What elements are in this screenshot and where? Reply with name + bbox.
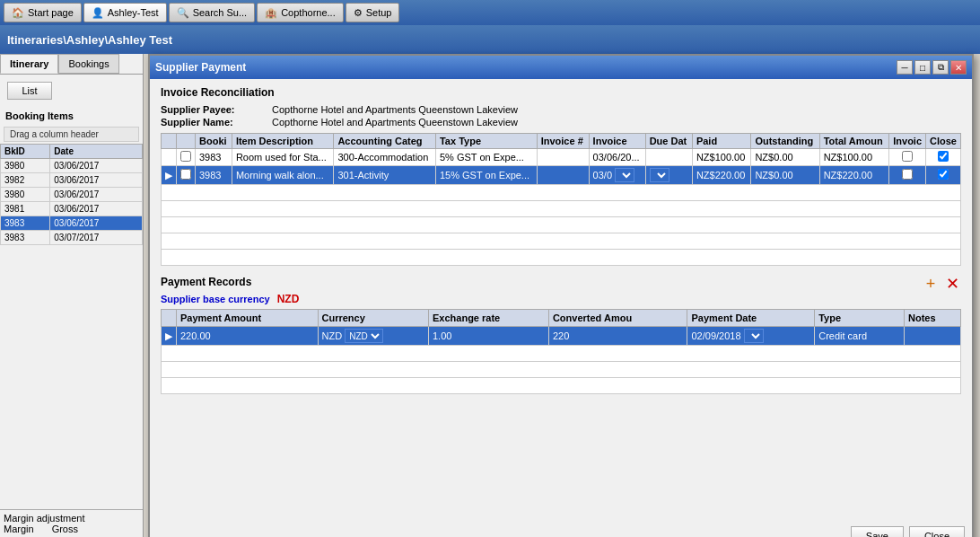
checkbox-cell[interactable]	[177, 166, 196, 185]
base-currency-label: Supplier base currency	[161, 294, 270, 304]
invoice-dropdown[interactable]	[615, 168, 634, 182]
building-icon: 🏨	[265, 7, 277, 19]
col-item-desc-header[interactable]: Item Description	[232, 134, 334, 149]
supplier-payee-row: Supplier Payee: Copthorne Hotel and Apar…	[161, 104, 961, 115]
payment-col-arrow	[162, 310, 177, 327]
close-checkbox[interactable]	[938, 169, 949, 180]
col-total-amount-header[interactable]: Total Amoun	[819, 134, 889, 149]
payment-col-type[interactable]: Type	[815, 310, 905, 327]
col-invoic-header[interactable]: Invoic	[889, 134, 926, 149]
payment-action-buttons: + ✕	[922, 275, 961, 293]
breadcrumb: Itineraries\Ashley\Ashley Test	[7, 33, 172, 47]
table-row[interactable]: 3980 03/06/2017	[1, 159, 143, 173]
table-row[interactable]: 3982 03/06/2017	[1, 173, 143, 188]
search-icon: 🔍	[177, 7, 189, 19]
payment-col-date[interactable]: Payment Date	[687, 310, 815, 327]
col-invoice-num-header[interactable]: Invoice #	[537, 134, 589, 149]
add-payment-button[interactable]: +	[922, 275, 940, 293]
payment-col-exchange[interactable]: Exchange rate	[429, 310, 549, 327]
dialog-controls: ─ □ ⧉ ✕	[897, 60, 967, 75]
main-area: Itineraries\Ashley\Ashley Test Itinerary…	[0, 25, 980, 537]
close-button[interactable]: Close	[909, 526, 965, 537]
payment-row[interactable]: ▶ 220.00 NZD NZD 1.00 220 02/09/2018 Cre…	[162, 327, 961, 346]
col-date[interactable]: Date	[50, 145, 143, 159]
due-date-dropdown[interactable]	[650, 168, 669, 182]
supplier-name-row: Supplier Name: Copthorne Hotel and Apart…	[161, 117, 961, 128]
tab-itinerary[interactable]: Itinerary	[0, 54, 58, 74]
payment-arrow: ▶	[162, 327, 177, 346]
invoic-checkbox[interactable]	[902, 151, 913, 162]
restore-button[interactable]: ⧉	[932, 60, 949, 75]
payment-empty-row	[162, 362, 961, 378]
taskbar-btn-search[interactable]: 🔍 Search Su...	[169, 3, 256, 22]
arrow-cell: ▶	[162, 166, 177, 185]
breadcrumb-bar: Itineraries\Ashley\Ashley Test	[0, 25, 980, 54]
table-row[interactable]: 3981 03/06/2017	[1, 202, 143, 216]
payment-col-converted[interactable]: Converted Amou	[548, 310, 687, 327]
invoice-row-selected[interactable]: ▶ 3983 Morning walk alon... 301-Activity…	[162, 166, 961, 185]
save-button[interactable]: Save	[851, 526, 904, 537]
row-checkbox[interactable]	[180, 169, 191, 180]
invoice-empty-row	[162, 201, 961, 217]
invoic-checkbox[interactable]	[902, 169, 913, 180]
currency-dropdown[interactable]: NZD	[345, 329, 383, 343]
list-button[interactable]: List	[7, 82, 52, 100]
col-arrow-header	[162, 134, 177, 149]
close-dialog-button[interactable]: ✕	[950, 60, 967, 75]
table-row[interactable]: 3980 03/06/2017	[1, 188, 143, 202]
taskbar-btn-startpage[interactable]: 🏠 Start page	[4, 3, 82, 22]
close-checkbox[interactable]	[938, 151, 949, 162]
checkbox-cell[interactable]	[177, 149, 196, 166]
payment-col-amount[interactable]: Payment Amount	[177, 310, 319, 327]
maximize-button[interactable]: □	[914, 60, 931, 75]
payment-date-dropdown[interactable]	[744, 329, 764, 343]
home-icon: 🏠	[12, 7, 24, 19]
base-currency-value: NZD	[277, 293, 300, 305]
supplier-payment-dialog: Supplier Payment ─ □ ⧉ ✕ Invoice Reconci…	[148, 54, 974, 537]
minimize-button[interactable]: ─	[897, 60, 913, 75]
booking-items-label: Booking Items	[0, 107, 143, 125]
payment-col-currency[interactable]: Currency	[318, 310, 429, 327]
table-row[interactable]: 3983 03/07/2017	[1, 231, 143, 245]
payment-empty-row	[162, 378, 961, 394]
delete-payment-button[interactable]: ✕	[943, 275, 961, 293]
dialog-body: Invoice Reconciliation Supplier Payee: C…	[150, 79, 972, 537]
col-checkbox-header	[177, 134, 196, 149]
invoice-table: Booki Item Description Accounting Categ …	[161, 133, 961, 266]
col-tax-type-header[interactable]: Tax Type	[435, 134, 537, 149]
col-due-date-header[interactable]: Due Dat	[645, 134, 692, 149]
table-row[interactable]: 3983 03/06/2017	[1, 216, 143, 231]
base-currency-row: Supplier base currency NZD	[161, 293, 961, 305]
col-paid-header[interactable]: Paid	[692, 134, 751, 149]
taskbar: 🏠 Start page 👤 Ashley-Test 🔍 Search Su..…	[0, 0, 980, 25]
invoice-empty-row	[162, 250, 961, 266]
col-acct-cat-header[interactable]: Accounting Categ	[334, 134, 436, 149]
payment-empty-row	[162, 346, 961, 362]
gear-icon: ⚙	[354, 7, 363, 19]
col-outstanding-header[interactable]: Outstanding	[751, 134, 819, 149]
left-panel: Itinerary Bookings List Booking Items Dr…	[0, 54, 144, 537]
col-close-header[interactable]: Close	[926, 134, 961, 149]
col-bkid[interactable]: BkID	[1, 145, 50, 159]
col-booki-header[interactable]: Booki	[196, 134, 232, 149]
payment-section: Payment Records + ✕ Supplier base curren…	[161, 275, 961, 394]
invoice-empty-row	[162, 233, 961, 250]
taskbar-btn-copthorne[interactable]: 🏨 Copthorne...	[257, 3, 344, 22]
payment-col-notes[interactable]: Notes	[905, 310, 961, 327]
invoice-row[interactable]: 3983 Room used for Sta... 300-Accommodat…	[162, 149, 961, 166]
dialog-title: Supplier Payment	[155, 61, 246, 74]
drag-hint: Drag a column header	[4, 127, 139, 142]
taskbar-btn-ashley[interactable]: 👤 Ashley-Test	[83, 3, 167, 22]
row-checkbox[interactable]	[180, 151, 191, 162]
invoice-empty-row	[162, 217, 961, 233]
margin-adjustment: Margin adjustment Margin Gross	[0, 509, 143, 537]
invoice-empty-row	[162, 185, 961, 201]
taskbar-btn-setup[interactable]: ⚙ Setup	[346, 3, 400, 22]
col-invoice-header[interactable]: Invoice	[589, 134, 645, 149]
arrow-cell	[162, 149, 177, 166]
payment-records-title: Payment Records	[161, 276, 251, 288]
left-tabs: Itinerary Bookings	[0, 54, 143, 75]
payment-table: Payment Amount Currency Exchange rate Co…	[161, 309, 961, 394]
tab-bookings[interactable]: Bookings	[58, 54, 118, 74]
booking-items-table: BkID Date 3980 03/06/2017 3982 03/06/201…	[0, 144, 143, 245]
